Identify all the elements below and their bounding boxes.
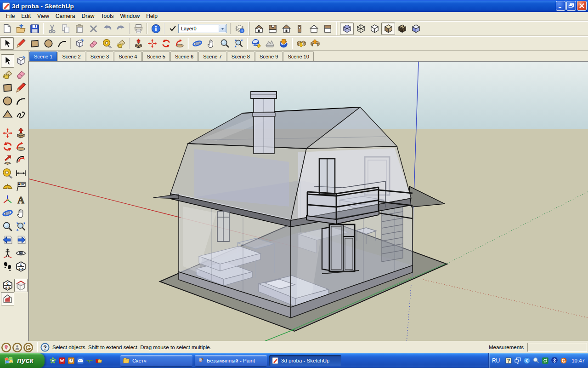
arc-button[interactable]	[55, 37, 69, 50]
style-shaded-button[interactable]	[381, 23, 395, 35]
pan-tool-button[interactable]	[14, 207, 28, 220]
help-icon[interactable]: ?	[40, 343, 50, 352]
zoom-button[interactable]	[218, 37, 232, 50]
section-fill-tool-button[interactable]	[1, 292, 14, 305]
language-indicator[interactable]: RU	[492, 357, 500, 364]
circle-button[interactable]	[41, 37, 55, 50]
circle-tool-button[interactable]	[1, 94, 14, 108]
paste-button[interactable]	[73, 23, 86, 35]
measurements-box[interactable]	[527, 343, 587, 352]
menu-camera[interactable]: Camera	[52, 12, 79, 20]
push-pull-button[interactable]	[131, 37, 145, 50]
task-sketchup[interactable]: 3d proba - SketchUp	[269, 355, 341, 366]
rectangle-tool-button[interactable]	[1, 81, 14, 94]
red-folder-app-icon[interactable]	[95, 357, 102, 364]
icq-flower-icon[interactable]	[49, 357, 57, 364]
follow-me-tool-button[interactable]	[14, 140, 28, 153]
position-camera-tool-button[interactable]	[1, 247, 14, 260]
style-textured-button[interactable]	[395, 23, 409, 35]
text-tool-button[interactable]: ABC	[14, 180, 28, 193]
menu-help[interactable]: Help	[143, 12, 161, 20]
scene-tab-10[interactable]: Scene 10	[283, 52, 313, 61]
magnifier-tray-icon[interactable]	[532, 357, 540, 364]
view-back-button[interactable]	[307, 23, 321, 35]
select-button[interactable]	[0, 37, 14, 50]
scene-tab-6[interactable]: Scene 6	[170, 52, 198, 61]
get-models-button[interactable]	[294, 37, 308, 50]
style-xray-button[interactable]	[340, 23, 354, 35]
scene-tab-7[interactable]: Scene 7	[198, 52, 226, 61]
push-pull-tool-button[interactable]	[14, 126, 28, 140]
follow-me-button[interactable]	[173, 37, 187, 50]
ge-toggle-terrain-button[interactable]	[263, 37, 277, 50]
section-plane-tool-button[interactable]: CA-5	[14, 260, 28, 273]
paint-bucket-button[interactable]	[114, 37, 128, 50]
collapse-chevron-icon[interactable]	[523, 357, 531, 364]
paint-bucket-tool-button[interactable]	[1, 68, 14, 81]
style-monochrome-button[interactable]	[409, 23, 423, 35]
model-viewport[interactable]	[28, 61, 588, 341]
next-view-tool-button[interactable]	[14, 233, 28, 247]
view-top-button[interactable]	[266, 23, 279, 35]
section-cut-tool-button[interactable]	[14, 279, 28, 292]
bluetooth-icon[interactable]	[551, 357, 558, 364]
cut-button[interactable]	[45, 23, 59, 35]
view-front-button[interactable]	[279, 23, 293, 35]
orbit-button[interactable]	[190, 37, 204, 50]
ge-get-view-button[interactable]	[249, 37, 263, 50]
share-model-button[interactable]	[308, 37, 322, 50]
make-component-button[interactable]	[73, 37, 86, 50]
polygon-tool-button[interactable]	[1, 108, 14, 121]
eraser-button[interactable]	[86, 37, 100, 50]
view-iso-button[interactable]	[252, 23, 266, 35]
minimize-button[interactable]	[556, 1, 565, 11]
select-tool-button[interactable]	[1, 54, 14, 68]
scene-tab-5[interactable]: Scene 5	[142, 52, 170, 61]
scene-tab-8[interactable]: Scene 8	[227, 52, 254, 61]
new-button[interactable]	[0, 23, 14, 35]
menu-tools[interactable]: Tools	[98, 12, 117, 20]
chevron-down-icon[interactable]	[219, 25, 226, 32]
offset-tool-button[interactable]	[14, 153, 28, 167]
freehand-tool-button[interactable]	[14, 108, 28, 121]
ge-place-model-button[interactable]	[277, 37, 290, 50]
orbit-tool-button[interactable]	[1, 207, 14, 220]
erase-button[interactable]	[86, 23, 100, 35]
line-tool-button[interactable]	[14, 81, 28, 94]
line-button[interactable]	[14, 37, 28, 50]
mail-app-icon[interactable]	[77, 357, 84, 364]
close-button[interactable]	[577, 1, 587, 11]
clock-app-icon[interactable]	[68, 357, 75, 364]
help-badge-icon[interactable]: ?	[505, 357, 512, 364]
pan-button[interactable]	[204, 37, 218, 50]
layer-visible-check-icon[interactable]	[168, 24, 177, 33]
sync-green-icon[interactable]	[542, 357, 549, 364]
scene-tab-1[interactable]: Scene 1	[29, 52, 57, 61]
start-button[interactable]: пуск	[0, 353, 45, 368]
arc-tool-button[interactable]	[14, 94, 28, 108]
menu-draw[interactable]: Draw	[79, 12, 98, 20]
previous-view-tool-button[interactable]	[1, 233, 14, 247]
scene-tab-9[interactable]: Scene 9	[255, 52, 283, 61]
dimension-tool-button[interactable]	[14, 167, 28, 180]
undo-button[interactable]	[100, 23, 114, 35]
scene-tab-4[interactable]: Scene 4	[114, 52, 141, 61]
move-button[interactable]	[145, 37, 159, 50]
style-hidden-line-button[interactable]	[368, 23, 381, 35]
open-button[interactable]	[14, 23, 28, 35]
scene-tab-3[interactable]: Scene 3	[86, 52, 113, 61]
view-left-button[interactable]	[321, 23, 334, 35]
save-button[interactable]	[28, 23, 41, 35]
style-wireframe-button[interactable]	[354, 23, 368, 35]
axes-tool-button[interactable]	[1, 193, 14, 207]
solidworks-icon[interactable]	[58, 357, 66, 364]
text-3d-tool-button[interactable]: A	[14, 193, 28, 207]
layer-select[interactable]: Layer0	[178, 24, 227, 33]
look-around-tool-button[interactable]	[14, 247, 28, 260]
zoom-extents-button[interactable]	[232, 37, 245, 50]
zoom-extents-tool-button[interactable]	[14, 220, 28, 233]
redo-button[interactable]	[114, 23, 128, 35]
view-right-button[interactable]	[293, 23, 307, 35]
print-button[interactable]	[131, 23, 145, 35]
move-tool-button[interactable]	[1, 126, 14, 140]
